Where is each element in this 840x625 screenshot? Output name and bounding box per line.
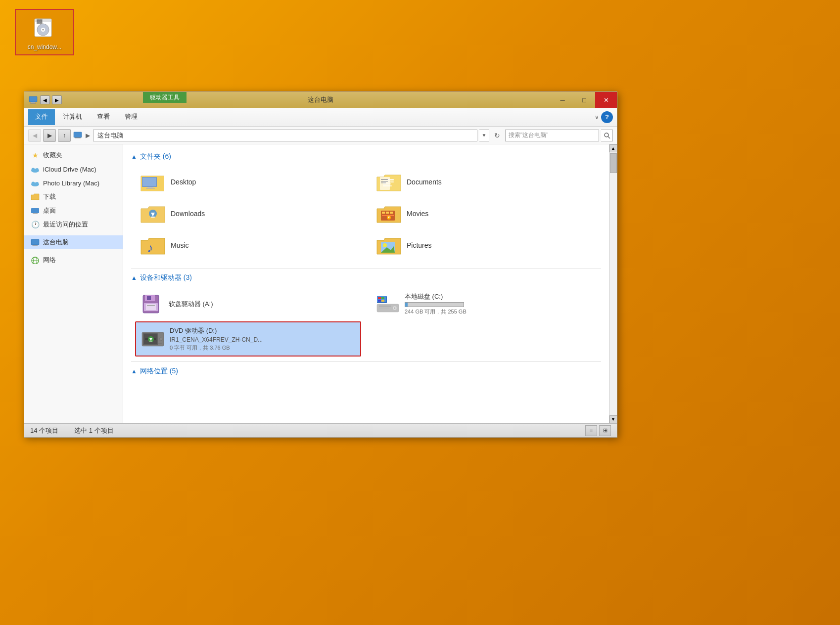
folder-item-documents[interactable]: Documents xyxy=(371,167,597,197)
ribbon-collapse-icon[interactable]: ∨ xyxy=(595,114,599,121)
scroll-thumb[interactable] xyxy=(610,153,617,173)
svg-rect-69 xyxy=(379,308,389,309)
folder-item-music[interactable]: ♪ Music xyxy=(135,230,361,260)
refresh-button[interactable]: ↻ xyxy=(491,130,503,141)
search-icon xyxy=(604,132,610,139)
mini-btn-2[interactable]: ▶ xyxy=(52,95,62,104)
svg-rect-63 xyxy=(378,300,381,302)
network-collapse-arrow[interactable]: ▲ xyxy=(131,368,137,375)
downloads-folder-label: Downloads xyxy=(171,210,205,218)
svg-rect-38 xyxy=(381,182,386,183)
documents-folder-img xyxy=(376,171,402,193)
network-section-title: 网络位置 (5) xyxy=(140,367,178,376)
view-large-icons-button[interactable]: ⊞ xyxy=(599,425,611,436)
dvd-drive-icon xyxy=(141,328,165,350)
svg-rect-37 xyxy=(381,181,388,182)
svg-rect-28 xyxy=(142,178,156,186)
folder-item-downloads[interactable]: Downloads xyxy=(135,199,361,228)
devices-collapse-arrow[interactable]: ▲ xyxy=(131,274,137,281)
minimize-button[interactable]: ─ xyxy=(552,92,573,108)
music-folder-img: ♪ xyxy=(140,234,166,256)
favorites-icon: ★ xyxy=(30,150,40,160)
folder-item-desktop[interactable]: Desktop xyxy=(135,167,361,197)
scroll-up-arrow[interactable]: ▲ xyxy=(609,144,617,152)
folder-item-movies[interactable]: Movies xyxy=(371,199,597,228)
title-bar: ◀ ▶ 驱动器工具 这台电脑 ─ □ ✕ xyxy=(24,92,617,108)
scroll-down-arrow[interactable]: ▼ xyxy=(609,415,617,423)
svg-line-12 xyxy=(608,136,610,138)
address-dropdown-arrow[interactable]: ▼ xyxy=(479,130,489,141)
photo-library-icon xyxy=(30,178,40,188)
tab-file[interactable]: 文件 xyxy=(28,109,55,125)
tab-computer[interactable]: 计算机 xyxy=(56,109,89,125)
drive-item-floppy[interactable]: 软盘驱动器 (A:) xyxy=(135,288,361,319)
sidebar-item-downloads[interactable]: 下载 xyxy=(24,190,123,204)
hdd-info: 本地磁盘 (C:) 244 GB 可用，共 255 GB xyxy=(405,292,467,315)
ribbon-active-tab[interactable]: 驱动器工具 xyxy=(143,92,187,103)
tab-manage[interactable]: 管理 xyxy=(118,109,144,125)
search-button[interactable] xyxy=(601,130,613,141)
downloads-folder-icon xyxy=(30,192,40,202)
vertical-scrollbar[interactable]: ▲ ▼ xyxy=(609,144,617,423)
close-button[interactable]: ✕ xyxy=(595,92,617,108)
this-pc-icon xyxy=(30,237,40,247)
svg-rect-19 xyxy=(31,208,39,213)
hdd-used-fill xyxy=(405,303,408,307)
svg-rect-29 xyxy=(147,187,153,188)
explorer-window: ◀ ▶ 驱动器工具 这台电脑 ─ □ ✕ 文件 计算机 查看 管理 ∨ ? xyxy=(24,91,617,438)
devices-section-title: 设备和驱动器 (3) xyxy=(140,273,192,282)
desktop-folder-img xyxy=(140,171,166,193)
sidebar-item-this-pc[interactable]: 这台电脑 xyxy=(24,235,123,249)
sidebar-item-network[interactable]: 网络 xyxy=(24,253,123,267)
sidebar-item-photo-library[interactable]: Photo Library (Mac) xyxy=(24,176,123,190)
status-view-buttons: ≡ ⊞ xyxy=(585,425,611,436)
svg-rect-41 xyxy=(151,217,155,218)
main-content: ★ 收藏夹 iCloud Drive (Mac) Photo Library (… xyxy=(24,144,617,423)
svg-point-18 xyxy=(36,182,39,185)
section-separator-2 xyxy=(131,361,601,362)
pictures-folder-label: Pictures xyxy=(407,241,432,249)
downloads-folder-img xyxy=(140,203,166,224)
desktop-folder-icon xyxy=(30,206,40,216)
help-button[interactable]: ? xyxy=(601,111,613,123)
sidebar-item-recent[interactable]: 🕐 最近访问的位置 xyxy=(24,218,123,231)
drive-item-dvd[interactable]: DVD 驱动器 (D:) IR1_CENA_X64FREV_ZH-CN_D...… xyxy=(135,321,361,357)
folders-section-header: ▲ 文件夹 (6) xyxy=(131,152,601,161)
svg-rect-7 xyxy=(31,102,35,103)
sidebar-item-icloud[interactable]: iCloud Drive (Mac) xyxy=(24,162,123,176)
file-area-container: ▲ 文件夹 (6) xyxy=(123,144,617,423)
music-folder-label: Music xyxy=(171,241,189,249)
folders-collapse-arrow[interactable]: ▲ xyxy=(131,153,137,160)
hdd-capacity-bar xyxy=(405,302,464,307)
maximize-button[interactable]: □ xyxy=(573,92,595,108)
up-button[interactable]: ↑ xyxy=(58,129,71,142)
window-controls: ─ □ ✕ xyxy=(552,92,617,108)
svg-rect-55 xyxy=(147,296,151,300)
tab-view[interactable]: 查看 xyxy=(90,109,117,125)
view-details-button[interactable]: ≡ xyxy=(585,425,597,436)
dvd-name2: IR1_CENA_X64FREV_ZH-CN_D... xyxy=(170,336,263,343)
window-icon xyxy=(28,95,38,105)
ribbon: 文件 计算机 查看 管理 ∨ ? xyxy=(24,108,617,127)
cd-icon: ▓▓ xyxy=(31,14,58,42)
drive-item-hdd[interactable]: 本地磁盘 (C:) 244 GB 可用，共 255 GB xyxy=(371,288,597,319)
back-button[interactable]: ◀ xyxy=(28,129,41,142)
address-bar: ◀ ▶ ↑ ▶ 这台电脑 ▼ ↻ 搜索"这台电脑" xyxy=(24,127,617,144)
svg-rect-9 xyxy=(74,132,82,137)
svg-point-15 xyxy=(36,168,39,171)
mini-btn-1[interactable]: ◀ xyxy=(40,95,50,104)
icloud-icon xyxy=(30,164,40,174)
sidebar-item-desktop[interactable]: 桌面 xyxy=(24,204,123,218)
folders-section-title: 文件夹 (6) xyxy=(140,152,171,161)
svg-point-4 xyxy=(43,29,44,31)
desktop-icon-cn-windows[interactable]: ▓▓ cn_window... xyxy=(15,9,74,55)
address-path[interactable]: 这台电脑 xyxy=(93,130,477,141)
desktop-icon-label: cn_window... xyxy=(28,44,62,50)
forward-button[interactable]: ▶ xyxy=(43,129,56,142)
status-items-count: 14 个项目 xyxy=(30,426,58,435)
search-input[interactable]: 搜索"这台电脑" xyxy=(505,130,599,141)
floppy-name: 软盘驱动器 (A:) xyxy=(169,300,213,309)
svg-rect-21 xyxy=(31,239,39,245)
folder-item-pictures[interactable]: Pictures xyxy=(371,230,597,260)
sidebar-item-favorites[interactable]: ★ 收藏夹 xyxy=(24,148,123,162)
